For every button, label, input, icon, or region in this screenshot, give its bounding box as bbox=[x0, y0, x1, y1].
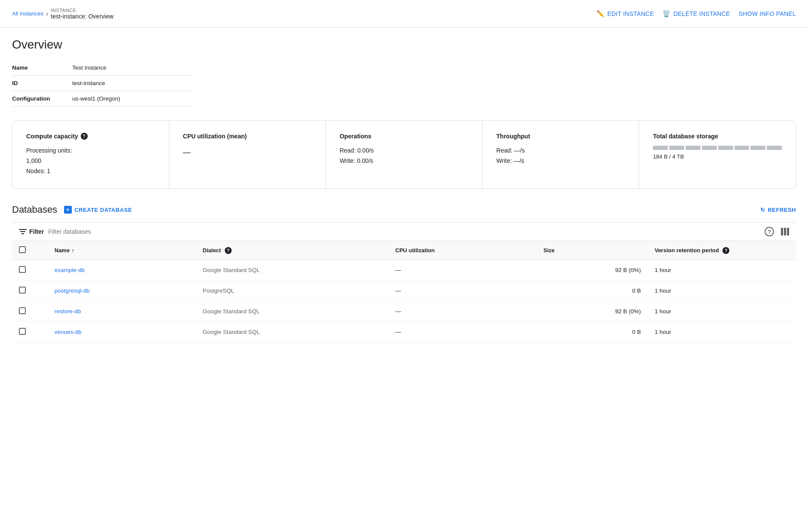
retention-help-icon[interactable]: ? bbox=[722, 247, 729, 254]
info-label: ID bbox=[12, 76, 72, 91]
storage-bar-segment bbox=[718, 146, 733, 150]
databases-title-row: Databases + CREATE DATABASE bbox=[12, 204, 132, 215]
breadcrumb: All instances › INSTANCE test-instance: … bbox=[12, 8, 113, 20]
metrics-card: Compute capacity ? Processing units: 1,0… bbox=[12, 120, 796, 189]
operations-write: Write: 0.00/s bbox=[340, 156, 468, 166]
storage-section: Total database storage 184 B / 4 TB bbox=[639, 121, 796, 188]
cpu-utilization-title: CPU utilization (mean) bbox=[183, 133, 312, 140]
row-checkbox-cell bbox=[12, 281, 48, 301]
breadcrumb-chevron: › bbox=[46, 10, 48, 18]
dialect-column-header: Dialect ? bbox=[196, 241, 389, 260]
delete-instance-button[interactable]: 🗑️ DELETE INSTANCE bbox=[662, 8, 730, 19]
retention-column-header: Version retention period ? bbox=[648, 241, 796, 260]
create-database-button[interactable]: + CREATE DATABASE bbox=[64, 204, 132, 215]
select-all-checkbox[interactable] bbox=[19, 246, 26, 253]
instance-block: INSTANCE test-instance: Overview bbox=[51, 8, 113, 20]
throughput-read: Read: —/s bbox=[496, 146, 625, 156]
filter-help-icon[interactable]: ? bbox=[765, 227, 774, 236]
compute-capacity-title: Compute capacity ? bbox=[26, 133, 155, 140]
refresh-button[interactable]: ↻ REFRESH bbox=[760, 207, 796, 213]
info-value: Test Instance bbox=[72, 60, 193, 76]
storage-bar bbox=[653, 146, 782, 150]
db-name-link[interactable]: venues-db bbox=[55, 329, 82, 335]
table-row: restore-db Google Standard SQL — 92 B (0… bbox=[12, 301, 796, 322]
all-instances-link[interactable]: All instances bbox=[12, 10, 43, 17]
info-table: Name Test InstanceID test-instanceConfig… bbox=[12, 60, 193, 107]
row-checkbox[interactable] bbox=[19, 266, 26, 273]
dialect-help-icon[interactable]: ? bbox=[225, 247, 232, 254]
top-actions: ✏️ EDIT INSTANCE 🗑️ DELETE INSTANCE SHOW… bbox=[597, 8, 796, 19]
info-label: Configuration bbox=[12, 91, 72, 107]
info-row: ID test-instance bbox=[12, 76, 193, 91]
compute-capacity-help-icon[interactable]: ? bbox=[81, 133, 88, 140]
storage-bar-segment bbox=[702, 146, 717, 150]
edit-instance-button[interactable]: ✏️ EDIT INSTANCE bbox=[597, 8, 654, 19]
compute-capacity-value: Processing units: 1,000 Nodes: 1 bbox=[26, 146, 155, 176]
database-table: Name ↑ Dialect ? CPU utilization Size Ve… bbox=[12, 241, 796, 342]
refresh-icon: ↻ bbox=[760, 207, 765, 213]
db-name-cell: restore-db bbox=[48, 301, 196, 322]
processing-units-value-line: 1,000 bbox=[26, 156, 155, 166]
instance-label: INSTANCE bbox=[51, 8, 113, 13]
nodes-line: Nodes: 1 bbox=[26, 166, 155, 177]
storage-bar-segment bbox=[735, 146, 750, 150]
throughput-value: Read: —/s Write: —/s bbox=[496, 146, 625, 166]
row-checkbox-cell bbox=[12, 322, 48, 342]
row-checkbox[interactable] bbox=[19, 328, 26, 335]
columns-icon[interactable] bbox=[781, 228, 789, 235]
info-label: Name bbox=[12, 60, 72, 76]
overview-title: Overview bbox=[12, 38, 796, 52]
db-dialect-cell: PostgreSQL bbox=[196, 281, 389, 301]
pencil-icon: ✏️ bbox=[597, 10, 605, 18]
db-retention-cell: 1 hour bbox=[648, 322, 796, 342]
compute-capacity-section: Compute capacity ? Processing units: 1,0… bbox=[12, 121, 169, 188]
storage-label: 184 B / 4 TB bbox=[653, 153, 782, 160]
filter-icon bbox=[19, 229, 27, 235]
cpu-utilization-section: CPU utilization (mean) — bbox=[169, 121, 326, 188]
db-retention-cell: 1 hour bbox=[648, 260, 796, 281]
row-checkbox[interactable] bbox=[19, 307, 26, 314]
top-bar: All instances › INSTANCE test-instance: … bbox=[0, 0, 808, 28]
row-checkbox-cell bbox=[12, 301, 48, 322]
operations-value: Read: 0.00/s Write: 0.00/s bbox=[340, 146, 468, 166]
cpu-utilization-value: — bbox=[183, 146, 312, 159]
table-row: venues-db Google Standard SQL — 0 B 1 ho… bbox=[12, 322, 796, 342]
table-row: postgresql-db PostgreSQL — 0 B 1 hour bbox=[12, 281, 796, 301]
info-value: test-instance bbox=[72, 76, 193, 91]
storage-title: Total database storage bbox=[653, 133, 782, 140]
name-column-header[interactable]: Name ↑ bbox=[48, 241, 196, 260]
throughput-title: Throughput bbox=[496, 133, 625, 140]
storage-bar-segment bbox=[750, 146, 765, 150]
db-dialect-cell: Google Standard SQL bbox=[196, 322, 389, 342]
db-cpu-cell: — bbox=[389, 281, 537, 301]
db-name-cell: venues-db bbox=[48, 322, 196, 342]
table-body: example-db Google Standard SQL — 92 B (0… bbox=[12, 260, 796, 342]
row-checkbox[interactable] bbox=[19, 287, 26, 294]
size-column-header: Size bbox=[537, 241, 648, 260]
db-name-link[interactable]: restore-db bbox=[55, 308, 81, 315]
table-row: example-db Google Standard SQL — 92 B (0… bbox=[12, 260, 796, 281]
trash-icon: 🗑️ bbox=[662, 10, 670, 18]
db-name-link[interactable]: example-db bbox=[55, 267, 85, 273]
db-retention-cell: 1 hour bbox=[648, 301, 796, 322]
db-size-cell: 92 B (0%) bbox=[537, 260, 648, 281]
storage-bar-segment bbox=[653, 146, 668, 150]
filter-left: Filter bbox=[19, 228, 177, 235]
info-row: Name Test Instance bbox=[12, 60, 193, 76]
filter-bar: Filter ? bbox=[12, 222, 796, 241]
filter-right: ? bbox=[765, 227, 789, 236]
db-name-link[interactable]: postgresql-db bbox=[55, 287, 90, 294]
storage-bar-segment bbox=[767, 146, 782, 150]
storage-bar-segment bbox=[686, 146, 701, 150]
throughput-write: Write: —/s bbox=[496, 156, 625, 166]
filter-input[interactable] bbox=[48, 228, 177, 235]
storage-bar-segment bbox=[669, 146, 684, 150]
databases-header: Databases + CREATE DATABASE ↻ REFRESH bbox=[12, 204, 796, 215]
main-content: Overview Name Test InstanceID test-insta… bbox=[0, 28, 808, 353]
filter-icon-label: Filter bbox=[19, 228, 44, 235]
cpu-column-header: CPU utilization bbox=[389, 241, 537, 260]
db-name-cell: postgresql-db bbox=[48, 281, 196, 301]
db-dialect-cell: Google Standard SQL bbox=[196, 301, 389, 322]
show-info-panel-button[interactable]: SHOW INFO PANEL bbox=[739, 9, 796, 19]
row-checkbox-cell bbox=[12, 260, 48, 281]
